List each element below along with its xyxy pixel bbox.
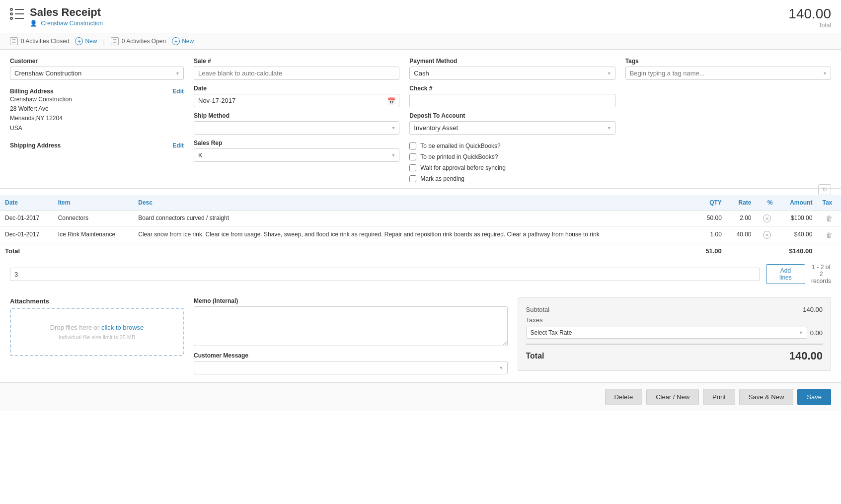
total-amount: 140.00 bbox=[788, 6, 831, 22]
delete-row-button[interactable]: 🗑 bbox=[826, 231, 833, 239]
tax-select-wrapper: Select Tax Rate 0.00 bbox=[526, 327, 823, 339]
col-header-qty: QTY bbox=[695, 195, 727, 211]
new-activity-button-1[interactable]: + New bbox=[75, 37, 97, 45]
checkbox-approval-input[interactable] bbox=[409, 164, 416, 171]
row-rate: 40.00 bbox=[727, 227, 757, 243]
checkbox-email-input[interactable] bbox=[409, 143, 416, 149]
date-field: Date 📅 bbox=[194, 85, 399, 107]
sale-num-field: Sale # bbox=[194, 58, 399, 80]
page-title-group: Sales Receipt 👤 Crenshaw Construction bbox=[30, 6, 103, 27]
subtotal-value: 140.00 bbox=[803, 306, 823, 313]
row-date: Dec-01-2017 bbox=[0, 227, 53, 243]
delete-button[interactable]: Delete bbox=[605, 389, 643, 405]
totals-box: Subtotal 140.00 Taxes Select Tax Rate 0.… bbox=[518, 297, 832, 371]
footer-buttons: Delete Clear / New Print Save & New Save bbox=[0, 382, 841, 411]
percent-icon[interactable]: ✕ bbox=[763, 231, 771, 239]
shipping-edit[interactable]: Edit bbox=[172, 142, 184, 149]
checkbox-pending-label: Mark as pending bbox=[420, 175, 464, 182]
check-num-label: Check # bbox=[409, 85, 615, 92]
breadcrumb[interactable]: 👤 Crenshaw Construction bbox=[30, 20, 103, 27]
page-title: Sales Receipt bbox=[30, 6, 103, 19]
col-sale: Sale # Date 📅 Ship Method Sales bbox=[194, 58, 399, 182]
customer-message-select[interactable] bbox=[194, 361, 508, 374]
date-label: Date bbox=[194, 85, 399, 92]
addr-line-1: Crenshaw Construction bbox=[10, 95, 184, 104]
ship-method-label: Ship Method bbox=[194, 112, 399, 119]
col-header-tax: Tax bbox=[817, 195, 841, 211]
attachments-label: Attachments bbox=[10, 297, 184, 305]
total-empty-2 bbox=[133, 243, 695, 259]
row-rate: 2.00 bbox=[727, 211, 757, 227]
percent-icon[interactable]: ✕ bbox=[763, 215, 771, 222]
line-items-section: Date Item Desc QTY Rate % Amount Tax Dec… bbox=[0, 188, 841, 259]
checkbox-print-input[interactable] bbox=[409, 153, 416, 160]
print-button[interactable]: Print bbox=[703, 389, 735, 405]
sales-rep-select[interactable]: K bbox=[194, 148, 399, 162]
checkbox-approval[interactable]: Wait for approval before syncing bbox=[409, 164, 615, 171]
deposit-select[interactable]: Inventory Asset bbox=[409, 121, 615, 135]
clear-new-button[interactable]: Clear / New bbox=[646, 389, 699, 405]
total-amount-cell: $140.00 bbox=[778, 243, 818, 259]
bottom-section: Attachments Drop files here or click to … bbox=[0, 289, 841, 382]
checkbox-pending[interactable]: Mark as pending bbox=[409, 175, 615, 182]
checkbox-email[interactable]: To be emailed in QuickBooks? bbox=[409, 143, 615, 149]
row-item: Ice Rink Maintenance bbox=[53, 227, 134, 243]
plus-icon-2: + bbox=[172, 37, 180, 45]
open-activities: ☰ 0 Activities Open bbox=[111, 37, 166, 45]
new-activity-button-2[interactable]: + New bbox=[172, 37, 194, 45]
tags-input[interactable] bbox=[625, 67, 831, 80]
checkbox-group: To be emailed in QuickBooks? To be print… bbox=[409, 143, 615, 182]
closed-activities: ☰ 0 Activities Closed bbox=[10, 37, 69, 45]
refresh-button[interactable]: ↻ bbox=[818, 184, 831, 195]
line-items-table: Date Item Desc QTY Rate % Amount Tax Dec… bbox=[0, 195, 841, 259]
payment-method-label: Payment Method bbox=[409, 58, 615, 65]
lines-count-input[interactable] bbox=[10, 268, 760, 281]
open-icon: ☰ bbox=[111, 37, 119, 45]
shipping-section: Shipping Address Edit bbox=[10, 142, 184, 149]
col-header-desc: Desc bbox=[133, 195, 695, 211]
total-tax-empty bbox=[817, 243, 841, 259]
grand-total-row: Total 140.00 bbox=[526, 344, 823, 362]
customer-message-field: Customer Message bbox=[194, 352, 508, 374]
save-new-button[interactable]: Save & New bbox=[739, 389, 794, 405]
memo-textarea[interactable] bbox=[194, 306, 508, 346]
sales-rep-label: Sales Rep bbox=[194, 140, 399, 146]
tags-label: Tags bbox=[625, 58, 831, 65]
col-tags: Tags bbox=[625, 58, 831, 182]
total-empty-1 bbox=[53, 243, 134, 259]
checkbox-print-label: To be printed in QuickBooks? bbox=[420, 153, 498, 160]
billing-section: Billing Address Edit Crenshaw Constructi… bbox=[10, 88, 184, 133]
delete-row-button[interactable]: 🗑 bbox=[826, 215, 833, 222]
tax-rate-select[interactable]: Select Tax Rate bbox=[526, 327, 807, 339]
add-lines-row: Add lines 1 - 2 of 2 records bbox=[0, 259, 841, 289]
addr-line-4: USA bbox=[10, 124, 184, 133]
records-info: 1 - 2 of 2 records bbox=[811, 264, 831, 285]
closed-count: 0 Activities Closed bbox=[21, 38, 69, 45]
ship-method-field: Ship Method bbox=[194, 112, 399, 135]
checkbox-pending-input[interactable] bbox=[409, 175, 416, 182]
customer-label: Customer bbox=[10, 58, 184, 65]
save-button[interactable]: Save bbox=[797, 389, 831, 405]
table-row: Dec-01-2017 Connectors Board connectors … bbox=[0, 211, 841, 227]
total-rate-empty bbox=[727, 243, 757, 259]
col-header-amount: Amount bbox=[778, 195, 818, 211]
browse-link[interactable]: click to browse bbox=[101, 324, 144, 331]
payment-method-select[interactable]: Cash bbox=[409, 67, 615, 80]
check-num-field: Check # bbox=[409, 85, 615, 107]
customer-select[interactable]: Crenshaw Construction bbox=[10, 67, 184, 80]
ship-method-select[interactable] bbox=[194, 121, 399, 135]
new-label-2: New bbox=[182, 38, 194, 45]
attachments-drop-zone[interactable]: Drop files here or click to browse Indiv… bbox=[10, 308, 184, 356]
sale-input[interactable] bbox=[194, 67, 399, 80]
nav-icon bbox=[10, 8, 24, 20]
billing-edit[interactable]: Edit bbox=[172, 88, 184, 95]
activity-bar: ☰ 0 Activities Closed + New | ☰ 0 Activi… bbox=[0, 33, 841, 50]
breadcrumb-link[interactable]: Crenshaw Construction bbox=[41, 20, 103, 27]
check-input[interactable] bbox=[409, 94, 615, 107]
memo-col: Memo (Internal) Customer Message bbox=[194, 297, 508, 374]
add-lines-button[interactable]: Add lines bbox=[766, 264, 805, 284]
date-input[interactable] bbox=[194, 94, 399, 107]
checkbox-print[interactable]: To be printed in QuickBooks? bbox=[409, 153, 615, 160]
row-date: Dec-01-2017 bbox=[0, 211, 53, 227]
row-qty: 1.00 bbox=[695, 227, 727, 243]
